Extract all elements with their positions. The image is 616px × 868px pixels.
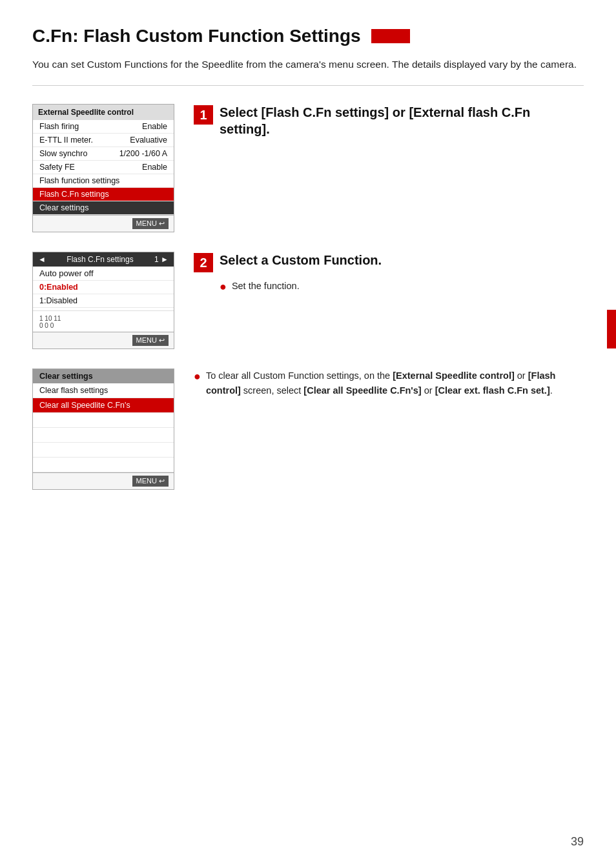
step2-row: ◄ Flash C.Fn settings 1 ► Auto power off… xyxy=(32,252,584,349)
screen3-option: Clear all Speedlite C.Fn's xyxy=(33,398,174,413)
screen1-row-label: Safety FE xyxy=(39,163,75,172)
step3-bold1: [External Speedlite control] xyxy=(393,370,515,381)
screen1-row: Flash firingEnable xyxy=(33,120,174,134)
screen1-row-label: Flash firing xyxy=(39,122,79,131)
screen1-row: Flash C.Fn settings xyxy=(33,188,174,201)
step3-bullet: ● To clear all Custom Function settings,… xyxy=(194,368,584,398)
step1-number: 1 xyxy=(194,105,213,125)
screen3-empty-row xyxy=(33,428,174,443)
screen1-row-label: Flash C.Fn settings xyxy=(39,190,109,199)
step2-subtitle-text: Set the function. xyxy=(232,279,300,294)
screen3-empty-row xyxy=(33,413,174,428)
step2-number: 2 xyxy=(194,253,213,272)
screen2-nav: ◄ Flash C.Fn settings 1 ► xyxy=(33,252,174,267)
screen2-function-text: Auto power off xyxy=(39,268,94,278)
screen1-footer: MENU ↩ xyxy=(33,215,174,232)
step3-mid2: screen, select xyxy=(241,385,304,396)
step2-title: Select a Custom Function. xyxy=(220,252,382,268)
screen3-mockup: Clear settings Clear flash settingsClear… xyxy=(32,368,174,490)
bullet-dot-3: ● xyxy=(194,368,201,385)
screen1-row: Safety FEEnable xyxy=(33,161,174,174)
screen2-footer: MENU ↩ xyxy=(33,332,174,348)
page-title: C.Fn: Flash Custom Function Settings xyxy=(32,26,584,46)
screen3-option: Clear flash settings xyxy=(33,383,174,398)
screen2-bars: 1 10 11 0 0 0 xyxy=(33,310,174,332)
section-divider xyxy=(32,85,584,86)
screen3-empty-row xyxy=(33,458,174,472)
step2-header: 2 Select a Custom Function. xyxy=(194,252,584,272)
page-number: 39 xyxy=(571,835,584,849)
screen3-menu-btn[interactable]: MENU ↩ xyxy=(132,476,169,487)
step3-text-part1: To clear all Custom Function settings, o… xyxy=(206,370,393,381)
screen2-bars-line2: 0 0 0 xyxy=(39,322,167,329)
step2-body: ● Set the function. xyxy=(194,279,584,295)
bullet-dot-2: ● xyxy=(220,279,227,295)
screen1-row-label: Slow synchro xyxy=(39,149,87,158)
step3-instructions: ● To clear all Custom Function settings,… xyxy=(194,368,584,398)
screen1-mockup: External Speedlite control Flash firingE… xyxy=(32,104,174,232)
step3-bold3: [Clear all Speedlite C.Fn's] xyxy=(303,385,421,396)
screen1-row-value: Enable xyxy=(142,122,167,131)
screen2-option: 0:Enabled xyxy=(33,281,174,294)
screen1-row-value: Enable xyxy=(142,163,167,172)
step3-bold4: [Clear ext. flash C.Fn set.] xyxy=(435,385,550,396)
screen1-row-value: Evaluative xyxy=(130,136,167,145)
screen1-row: Slow synchro1/200 -1/60 A xyxy=(33,147,174,161)
screen1-row-label: Clear settings xyxy=(39,203,88,212)
title-accent-bar xyxy=(371,29,410,43)
screen1-row-label: E-TTL II meter. xyxy=(39,136,93,145)
screen2-menu-btn[interactable]: MENU ↩ xyxy=(132,335,169,346)
right-accent-bar xyxy=(607,310,616,348)
screen3-empty-row xyxy=(33,443,174,458)
screen2-nav-num-val: 1 xyxy=(154,255,159,264)
screen3-footer: MENU ↩ xyxy=(33,472,174,489)
intro-paragraph: You can set Custom Functions for the Spe… xyxy=(32,57,584,72)
title-text: C.Fn: Flash Custom Function Settings xyxy=(32,26,361,46)
screen2-nav-number: 1 ► xyxy=(154,255,169,264)
screen1-row-label: Flash function settings xyxy=(39,176,119,185)
step1-title: Select [Flash C.Fn settings] or [Externa… xyxy=(220,104,584,137)
step3-mid1: or xyxy=(515,370,528,381)
screen1-row: E-TTL II meter.Evaluative xyxy=(33,134,174,147)
screen2-function-label: Auto power off xyxy=(33,267,174,281)
step3-end: . xyxy=(550,385,553,396)
screen1-row-value: 1/200 -1/60 A xyxy=(119,149,167,158)
step3-row: Clear settings Clear flash settingsClear… xyxy=(32,368,584,490)
screen3-header: Clear settings xyxy=(33,369,174,383)
screen1-row: Clear settings xyxy=(33,201,174,215)
screen2-option: 1:Disabled xyxy=(33,294,174,308)
step3-mid3: or xyxy=(422,385,435,396)
step3-text: To clear all Custom Function settings, o… xyxy=(206,368,584,398)
screen1-menu-btn[interactable]: MENU ↩ xyxy=(132,218,169,229)
step2-instructions: 2 Select a Custom Function. ● Set the fu… xyxy=(194,252,584,295)
screen2-nav-right-arrow: ► xyxy=(161,255,169,264)
screen2-bars-line1: 1 10 11 xyxy=(39,315,167,322)
screen2-mockup: ◄ Flash C.Fn settings 1 ► Auto power off… xyxy=(32,252,174,349)
step2-bullet: ● Set the function. xyxy=(220,279,584,295)
screen2-nav-label: Flash C.Fn settings xyxy=(67,255,133,264)
step1-row: External Speedlite control Flash firingE… xyxy=(32,104,584,232)
screen1-header: External Speedlite control xyxy=(33,105,174,120)
step1-header: 1 Select [Flash C.Fn settings] or [Exter… xyxy=(194,104,584,137)
screen2-nav-left-arrow: ◄ xyxy=(38,255,46,264)
screen1-row: Flash function settings xyxy=(33,174,174,188)
step1-instructions: 1 Select [Flash C.Fn settings] or [Exter… xyxy=(194,104,584,144)
